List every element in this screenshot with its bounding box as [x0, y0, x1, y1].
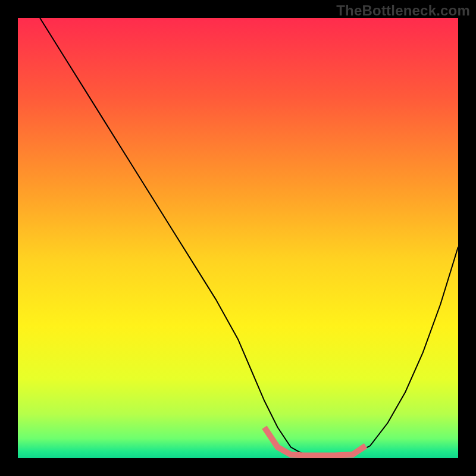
- watermark-text: TheBottleneck.com: [336, 2, 470, 19]
- gradient-background: [18, 18, 458, 458]
- chart-frame: TheBottleneck.com: [0, 0, 476, 476]
- plot-area: [18, 18, 458, 458]
- chart-svg: [18, 18, 458, 458]
